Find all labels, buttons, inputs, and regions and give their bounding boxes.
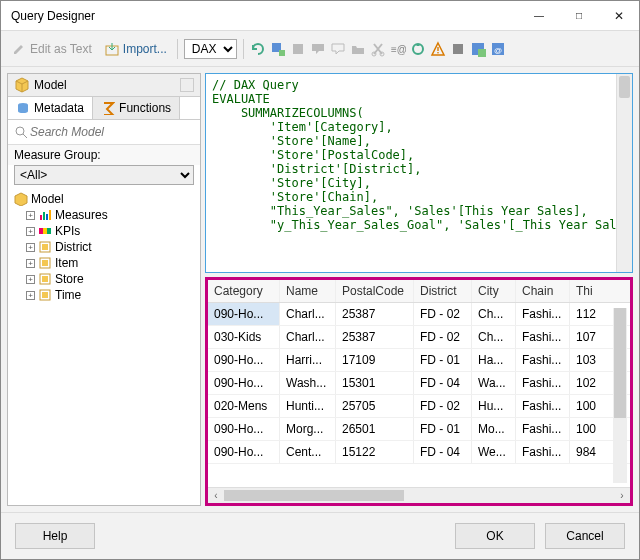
col-header-this-year[interactable]: Thi xyxy=(570,280,606,302)
cell[interactable]: FD - 02 xyxy=(414,303,472,325)
cell[interactable]: 030-Kids xyxy=(208,326,280,348)
import-button[interactable]: Import... xyxy=(100,39,171,59)
cell[interactable]: FD - 02 xyxy=(414,395,472,417)
cell[interactable]: Fashi... xyxy=(516,349,570,371)
query-text[interactable]: // DAX Query EVALUATE SUMMARIZECOLUMNS( … xyxy=(206,74,616,272)
cell[interactable]: Fashi... xyxy=(516,303,570,325)
col-header-district[interactable]: District xyxy=(414,280,472,302)
expand-icon[interactable]: + xyxy=(26,227,35,236)
minimize-button[interactable]: — xyxy=(519,1,559,31)
cube-dropdown-icon[interactable] xyxy=(180,78,194,92)
expand-icon[interactable]: + xyxy=(26,259,35,268)
cell[interactable]: 26501 xyxy=(336,418,414,440)
cell[interactable]: 15301 xyxy=(336,372,414,394)
cut-icon[interactable] xyxy=(370,41,386,57)
cell[interactable]: Ha... xyxy=(472,349,516,371)
query-editor[interactable]: // DAX Query EVALUATE SUMMARIZECOLUMNS( … xyxy=(205,73,633,273)
grid-horizontal-scrollbar[interactable]: ‹ › xyxy=(208,487,630,503)
cell[interactable]: 15122 xyxy=(336,441,414,463)
help-button[interactable]: Help xyxy=(15,523,95,549)
refresh-icon[interactable] xyxy=(250,41,266,57)
table-row[interactable]: 090-Ho...Charl...25387FD - 02Ch...Fashi.… xyxy=(208,303,630,326)
cell[interactable]: FD - 04 xyxy=(414,441,472,463)
refresh-params-icon[interactable] xyxy=(410,41,426,57)
expand-icon[interactable]: + xyxy=(26,291,35,300)
cell[interactable]: 090-Ho... xyxy=(208,418,280,440)
editor-scrollbar[interactable] xyxy=(616,74,632,272)
cell[interactable]: Cent... xyxy=(280,441,336,463)
warning-icon[interactable] xyxy=(430,41,446,57)
col-header-postalcode[interactable]: PostalCode xyxy=(336,280,414,302)
col-header-chain[interactable]: Chain xyxy=(516,280,570,302)
cell[interactable]: FD - 04 xyxy=(414,372,472,394)
cell[interactable]: 090-Ho... xyxy=(208,349,280,371)
tree-node-district[interactable]: + District xyxy=(12,239,196,255)
parameter-icon[interactable]: ≡@ xyxy=(390,41,406,57)
cell[interactable]: Wash... xyxy=(280,372,336,394)
measure-group-select[interactable]: <All> xyxy=(14,165,194,185)
cell[interactable]: 17109 xyxy=(336,349,414,371)
tab-functions[interactable]: Functions xyxy=(93,97,180,119)
cell[interactable]: 100 xyxy=(570,395,606,417)
cell[interactable]: 100 xyxy=(570,418,606,440)
scroll-thumb[interactable] xyxy=(619,76,630,98)
cell[interactable]: Hunti... xyxy=(280,395,336,417)
cell[interactable]: 25387 xyxy=(336,303,414,325)
cell[interactable]: Fashi... xyxy=(516,395,570,417)
grid-vertical-scrollbar[interactable] xyxy=(613,308,627,483)
search-input[interactable] xyxy=(28,123,194,141)
cell[interactable]: Hu... xyxy=(472,395,516,417)
cell[interactable]: 090-Ho... xyxy=(208,303,280,325)
uncomment-icon[interactable] xyxy=(330,41,346,57)
scroll-left-icon[interactable]: ‹ xyxy=(208,490,224,501)
cancel-button[interactable]: Cancel xyxy=(545,523,625,549)
comment-icon[interactable] xyxy=(310,41,326,57)
tree-node-kpis[interactable]: + KPIs xyxy=(12,223,196,239)
expand-icon[interactable]: + xyxy=(26,243,35,252)
cell[interactable]: FD - 01 xyxy=(414,349,472,371)
language-select[interactable]: DAX xyxy=(184,39,237,59)
scroll-thumb[interactable] xyxy=(224,490,404,501)
tree-root-model[interactable]: Model xyxy=(12,191,196,207)
cell[interactable]: Harri... xyxy=(280,349,336,371)
cell[interactable]: 103 xyxy=(570,349,606,371)
tree-node-time[interactable]: + Time xyxy=(12,287,196,303)
cell[interactable]: Charl... xyxy=(280,303,336,325)
cell[interactable]: Fashi... xyxy=(516,372,570,394)
tree-node-store[interactable]: + Store xyxy=(12,271,196,287)
cell[interactable]: 107 xyxy=(570,326,606,348)
cell[interactable]: Wa... xyxy=(472,372,516,394)
expand-icon[interactable]: + xyxy=(26,275,35,284)
cell[interactable]: 984 xyxy=(570,441,606,463)
cell[interactable]: 25387 xyxy=(336,326,414,348)
ok-button[interactable]: OK xyxy=(455,523,535,549)
tree-node-item[interactable]: + Item xyxy=(12,255,196,271)
cell[interactable]: 112 xyxy=(570,303,606,325)
cell[interactable]: 090-Ho... xyxy=(208,372,280,394)
cell[interactable]: Fashi... xyxy=(516,418,570,440)
cell[interactable]: FD - 02 xyxy=(414,326,472,348)
cell[interactable]: Ch... xyxy=(472,303,516,325)
cell[interactable]: Fashi... xyxy=(516,441,570,463)
col-header-name[interactable]: Name xyxy=(280,280,336,302)
table-row[interactable]: 090-Ho...Wash...15301FD - 04Wa...Fashi..… xyxy=(208,372,630,395)
folder-icon[interactable] xyxy=(350,41,366,57)
cell[interactable]: FD - 01 xyxy=(414,418,472,440)
design-icon[interactable] xyxy=(470,41,486,57)
expand-icon[interactable]: + xyxy=(26,211,35,220)
close-button[interactable]: ✕ xyxy=(599,1,639,31)
add-table-icon[interactable] xyxy=(270,41,286,57)
query-params-icon[interactable]: @ xyxy=(490,41,506,57)
cell[interactable]: Fashi... xyxy=(516,326,570,348)
scroll-thumb[interactable] xyxy=(614,308,626,418)
cell[interactable]: Morg... xyxy=(280,418,336,440)
cell[interactable]: Charl... xyxy=(280,326,336,348)
cell[interactable]: 102 xyxy=(570,372,606,394)
cell[interactable]: 090-Ho... xyxy=(208,441,280,463)
scroll-right-icon[interactable]: › xyxy=(614,490,630,501)
stop-icon[interactable] xyxy=(290,41,306,57)
tab-metadata[interactable]: Metadata xyxy=(8,97,93,119)
table-row[interactable]: 030-KidsCharl...25387FD - 02Ch...Fashi..… xyxy=(208,326,630,349)
cube-selector[interactable]: Model xyxy=(8,74,200,97)
table-row[interactable]: 020-MensHunti...25705FD - 02Hu...Fashi..… xyxy=(208,395,630,418)
